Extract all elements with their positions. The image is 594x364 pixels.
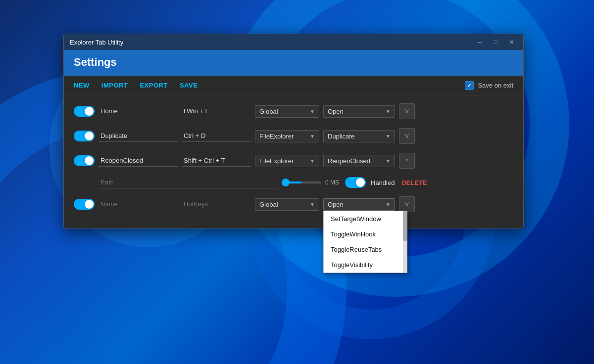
order-btn-reopen[interactable]: ^: [399, 153, 415, 169]
scope-value-duplicate: FileExplorer: [259, 133, 294, 140]
order-btn-new[interactable]: V: [399, 196, 415, 212]
dropdown-item-togglewinhook[interactable]: ToggleWinHook: [324, 227, 407, 242]
action-arrow-reopen: ▼: [386, 158, 391, 164]
save-button[interactable]: SAVE: [180, 81, 198, 90]
dropdown-item-settargetwindow[interactable]: SetTargetWindow: [324, 211, 407, 227]
toggle-handled[interactable]: [345, 177, 366, 188]
action-arrow-duplicate: ▼: [386, 134, 391, 139]
toolbar: NEW IMPORT EXPORT SAVE Save on exit: [64, 76, 523, 95]
hotkey-field-duplicate[interactable]: [182, 130, 251, 142]
action-dropdown-duplicate[interactable]: Duplicate ▼: [323, 130, 395, 142]
dropdown-scrollbar[interactable]: [403, 211, 407, 273]
scope-dropdown-duplicate[interactable]: FileExplorer ▼: [255, 130, 319, 142]
titlebar: Explorer Tab Utility ─ □ ✕: [64, 34, 523, 50]
scope-dropdown-home[interactable]: Global ▼: [255, 105, 319, 118]
minimize-button[interactable]: ─: [472, 34, 488, 50]
action-value-home: Open: [328, 108, 344, 115]
name-field-new[interactable]: [99, 198, 178, 210]
slider-container: 0 MS: [282, 179, 340, 186]
shortcut-row-reopen: FileExplorer ▼ ReopenClosed ▼ ^: [74, 150, 513, 172]
action-value-new: Open: [328, 201, 344, 208]
scope-arrow-duplicate: ▼: [310, 134, 315, 139]
path-input[interactable]: [99, 177, 277, 188]
dropdown-item-togglevisibility[interactable]: ToggleVisibility: [324, 257, 407, 273]
scope-value-home: Global: [259, 108, 278, 115]
hotkey-field-reopen[interactable]: [182, 155, 251, 167]
shortcut-row-new: Global ▼ Open ▼ SetTargetWindow ToggleWi…: [74, 193, 513, 215]
action-dropdown-reopen[interactable]: ReopenClosed ▼: [323, 155, 395, 167]
toggle-new[interactable]: [74, 199, 95, 210]
action-dropdown-menu: SetTargetWindow ToggleWinHook ToggleReus…: [323, 211, 407, 273]
action-dropdown-home[interactable]: Open ▼: [323, 105, 395, 118]
ms-value-label: 0 MS: [325, 179, 340, 186]
order-btn-home[interactable]: V: [399, 103, 415, 119]
scope-arrow-reopen: ▼: [310, 158, 315, 164]
scope-dropdown-reopen[interactable]: FileExplorer ▼: [255, 155, 319, 167]
import-button[interactable]: IMPORT: [101, 81, 128, 90]
action-arrow-new: ▼: [386, 202, 391, 207]
toggle-duplicate[interactable]: [74, 131, 95, 141]
hotkey-field-new[interactable]: [182, 198, 251, 210]
action-dropdown-new-container: Open ▼ SetTargetWindow ToggleWinHook Tog…: [323, 198, 395, 211]
name-field-home[interactable]: [99, 105, 178, 117]
maximize-button[interactable]: □: [488, 34, 503, 50]
content-area: Global ▼ Open ▼ V FileExplorer ▼ Duplica…: [64, 95, 523, 228]
scope-dropdown-new[interactable]: Global ▼: [255, 198, 319, 211]
handled-label: Handled: [371, 179, 395, 186]
main-window: Explorer Tab Utility ─ □ ✕ Settings NEW …: [63, 34, 524, 228]
ms-slider[interactable]: [282, 182, 321, 183]
window-title: Explorer Tab Utility: [70, 39, 123, 46]
toggle-home[interactable]: [74, 106, 95, 117]
action-dropdown-new[interactable]: Open ▼: [323, 198, 395, 211]
export-button[interactable]: EXPORT: [140, 81, 167, 90]
close-button[interactable]: ✕: [503, 34, 519, 50]
save-on-exit-checkbox[interactable]: [465, 81, 474, 90]
name-field-duplicate[interactable]: [99, 130, 178, 142]
toggle-reopen[interactable]: [74, 155, 95, 166]
dropdown-scrollbar-thumb: [403, 211, 407, 241]
dropdown-item-togglereusetabs[interactable]: ToggleReuseTabs: [324, 242, 407, 257]
new-button[interactable]: NEW: [74, 81, 90, 90]
action-value-duplicate: Duplicate: [328, 133, 354, 140]
path-row: 0 MS Handled DELETE: [99, 175, 513, 190]
order-btn-duplicate[interactable]: V: [399, 128, 415, 144]
hotkey-field-home[interactable]: [182, 105, 251, 117]
scope-arrow-home: ▼: [310, 109, 315, 114]
action-value-reopen: ReopenClosed: [328, 157, 370, 165]
shortcut-row-duplicate: FileExplorer ▼ Duplicate ▼ V: [74, 125, 513, 147]
save-on-exit-label: Save on exit: [478, 82, 513, 89]
header-band: Settings: [64, 50, 523, 76]
name-field-reopen[interactable]: [99, 155, 178, 167]
scope-arrow-new: ▼: [310, 202, 315, 207]
action-arrow-home: ▼: [386, 109, 391, 114]
scope-value-reopen: FileExplorer: [259, 157, 294, 165]
shortcut-row-home: Global ▼ Open ▼ V: [74, 100, 513, 122]
window-controls: ─ □ ✕: [472, 34, 519, 50]
scope-value-new: Global: [259, 201, 278, 208]
save-on-exit-container: Save on exit: [465, 81, 513, 90]
page-title: Settings: [74, 56, 513, 69]
delete-button[interactable]: DELETE: [401, 179, 427, 186]
